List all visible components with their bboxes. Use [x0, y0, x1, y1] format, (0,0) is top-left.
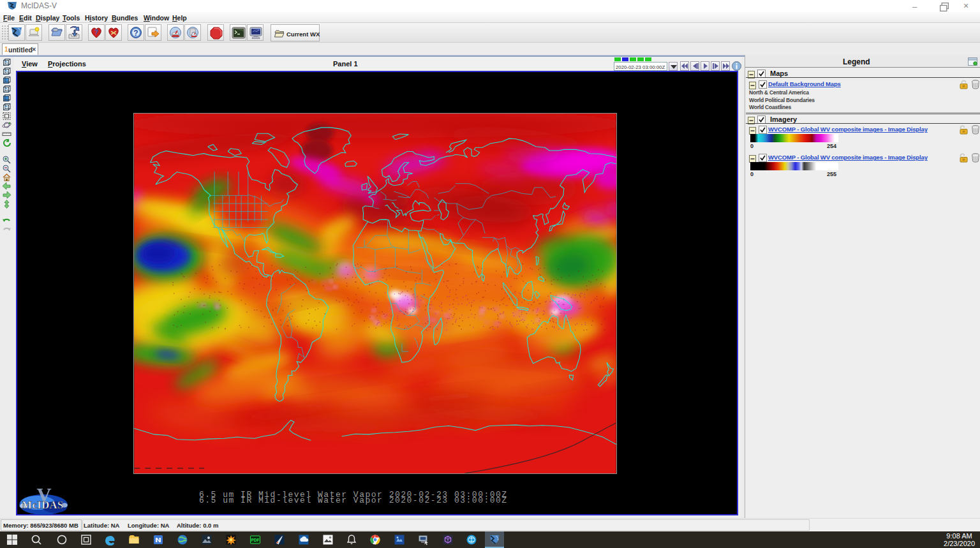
svg-text:McIDAS: McIDAS: [22, 499, 63, 511]
svg-text:PDF: PDF: [251, 538, 260, 542]
svg-text:?: ?: [94, 29, 98, 36]
svg-text:?: ?: [133, 29, 138, 38]
